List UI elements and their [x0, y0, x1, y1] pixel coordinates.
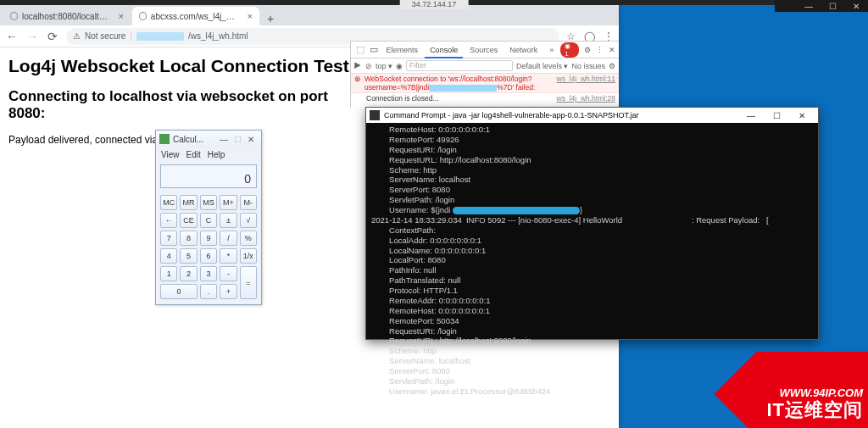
key-9[interactable]: 9: [200, 231, 217, 246]
calculator-icon: [159, 134, 170, 144]
minimize-button[interactable]: —: [797, 2, 821, 11]
gear-icon[interactable]: ⚙: [609, 62, 615, 70]
tab-console[interactable]: Console: [425, 42, 463, 58]
not-secure-label: Not secure: [85, 31, 125, 41]
source-link[interactable]: ws_l4j_wh.html:11: [557, 75, 615, 92]
cmd-icon: [370, 110, 380, 120]
vm-ip-badge: 34.72.144.17: [400, 0, 469, 9]
key-ms[interactable]: MS: [200, 195, 217, 210]
close-icon[interactable]: ×: [248, 11, 253, 21]
key-4[interactable]: 4: [160, 248, 177, 264]
calculator-title: Calcul...: [173, 135, 217, 144]
calculator-titlebar[interactable]: Calcul... — ☐ ✕: [156, 131, 261, 147]
menu-help[interactable]: Help: [208, 150, 225, 159]
globe-icon: [139, 12, 147, 20]
back-button[interactable]: ←: [5, 30, 19, 43]
close-button[interactable]: ✕: [789, 111, 815, 120]
url-path: /ws_l4j_wh.html: [188, 31, 248, 41]
key-add[interactable]: +: [220, 284, 236, 299]
tab-title: localhost:8080/localtesttest: [22, 12, 112, 21]
close-button[interactable]: ✕: [844, 2, 868, 11]
key-7[interactable]: 7: [160, 231, 177, 246]
key-6[interactable]: 6: [200, 248, 217, 264]
key-mc[interactable]: MC: [160, 195, 177, 210]
cmd-titlebar[interactable]: Command Prompt - java -jar log4shell-vul…: [366, 108, 818, 123]
key-back[interactable]: ←: [160, 213, 177, 228]
filter-input[interactable]: Filter: [406, 60, 513, 71]
key-recip[interactable]: 1/x: [240, 248, 257, 264]
key-sub[interactable]: -: [220, 266, 236, 281]
tab-localhost[interactable]: localhost:8080/localtesttest ×: [3, 7, 131, 25]
key-mul[interactable]: *: [220, 248, 236, 264]
maximize-button[interactable]: ☐: [821, 2, 844, 11]
source-link[interactable]: ws_l4j_wh.html:28: [557, 94, 615, 103]
log-levels-selector[interactable]: Default levels ▾: [516, 62, 569, 70]
tab-abcxss[interactable]: abcxss.com/ws_l4j_wh.html ×: [132, 7, 259, 25]
console-info-row[interactable]: Connection is closed... ws_l4j_wh.html:2…: [351, 93, 619, 103]
device-icon[interactable]: ▭: [368, 44, 380, 55]
tab-sources[interactable]: Sources: [465, 42, 503, 58]
new-tab-button[interactable]: +: [261, 12, 280, 25]
gear-icon[interactable]: ⚙: [584, 46, 591, 54]
live-expression-icon[interactable]: ◉: [396, 62, 403, 70]
error-count-badge[interactable]: ◉ 1: [560, 42, 579, 58]
maximize-button[interactable]: ☐: [764, 111, 789, 120]
redacted-domain: [136, 32, 184, 41]
watermark-text: IT运维空间: [766, 397, 863, 423]
error-icon: ⊗: [354, 75, 361, 92]
key-8[interactable]: 8: [180, 231, 197, 246]
key-5[interactable]: 5: [180, 248, 197, 264]
menu-edit[interactable]: Edit: [186, 150, 201, 159]
issues-link[interactable]: No issues: [571, 62, 605, 70]
tab-network[interactable]: Network: [504, 42, 542, 58]
chrome-devtools: ⬚ ▭ Elements Console Sources Network » ◉…: [350, 41, 619, 108]
clear-icon[interactable]: ⊘: [365, 62, 372, 70]
key-2[interactable]: 2: [180, 266, 197, 281]
close-icon[interactable]: ×: [119, 11, 124, 21]
devtools-tab-bar: ⬚ ▭ Elements Console Sources Network » ◉…: [351, 42, 619, 58]
key-eq[interactable]: =: [240, 266, 257, 299]
calculator-keypad: MC MR MS M+ M- ← CE C ± √ 7 8 9 / % 4 5 …: [156, 192, 261, 304]
error-message: WebSocket connection to 'ws://localhost:…: [364, 75, 554, 92]
close-icon[interactable]: ✕: [609, 46, 615, 54]
key-mminus[interactable]: M-: [240, 195, 257, 210]
console-error-row[interactable]: ⊗ WebSocket connection to 'ws://localhos…: [351, 74, 619, 93]
window-caption-buttons: — ☐ ✕: [775, 0, 868, 12]
menu-view[interactable]: View: [161, 150, 180, 159]
page-heading-2: Connecting to localhost via websocket on…: [8, 88, 331, 122]
tab-title: abcxss.com/ws_l4j_wh.html: [151, 12, 241, 21]
calculator-window: Calcul... — ☐ ✕ View Edit Help 0 MC MR M…: [155, 130, 262, 305]
tab-strip: localhost:8080/localtesttest × abcxss.co…: [0, 5, 619, 25]
key-div[interactable]: /: [220, 231, 236, 246]
warning-icon: ⚠: [73, 31, 81, 41]
kebab-icon[interactable]: ⋮: [596, 46, 604, 54]
key-dot[interactable]: .: [200, 284, 217, 299]
key-sqrt[interactable]: √: [240, 213, 257, 228]
minimize-button[interactable]: —: [217, 135, 231, 144]
watermark-corner: WWW.94IP.COM IT运维空间: [707, 352, 868, 428]
key-mr[interactable]: MR: [180, 195, 197, 210]
calculator-display: 0: [160, 164, 257, 188]
context-selector[interactable]: top ▾: [376, 62, 392, 70]
key-c[interactable]: C: [200, 213, 217, 228]
maximize-button: ☐: [231, 135, 244, 144]
key-mplus[interactable]: M+: [220, 195, 236, 210]
tab-more[interactable]: »: [544, 42, 559, 58]
forward-button[interactable]: →: [25, 30, 39, 43]
key-3[interactable]: 3: [200, 266, 217, 281]
key-neg[interactable]: ±: [220, 213, 236, 228]
inspect-icon[interactable]: ⬚: [354, 44, 366, 55]
cmd-title-text: Command Prompt - java -jar log4shell-vul…: [384, 111, 738, 120]
tab-elements[interactable]: Elements: [381, 42, 424, 58]
console-filter-bar: ⯈ ⊘ top ▾ ◉ Filter Default levels ▾ No i…: [351, 58, 619, 74]
calculator-menu: View Edit Help: [156, 147, 261, 161]
key-pct[interactable]: %: [240, 231, 257, 246]
key-1[interactable]: 1: [160, 266, 177, 281]
minimize-button[interactable]: —: [738, 111, 764, 120]
key-ce[interactable]: CE: [180, 213, 197, 228]
log-message: Connection is closed...: [354, 94, 554, 103]
key-0[interactable]: 0: [160, 284, 198, 299]
sidebar-toggle-icon[interactable]: ⯈: [354, 62, 362, 70]
reload-button[interactable]: ⟳: [46, 30, 59, 43]
close-button[interactable]: ✕: [244, 135, 258, 144]
